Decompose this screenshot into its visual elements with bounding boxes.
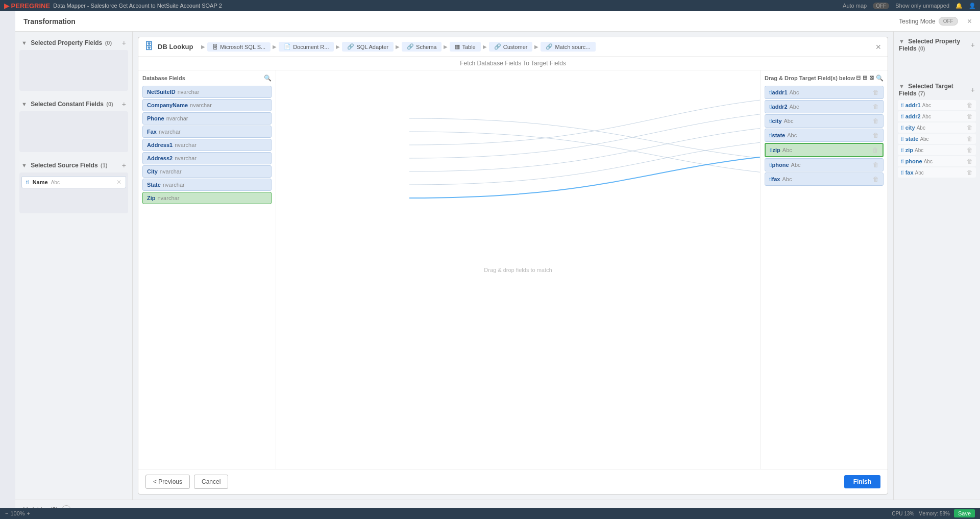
brand-logo: ▶ PEREGRINE xyxy=(4,2,50,10)
user-icon: 👤 xyxy=(969,3,976,9)
notification-icon[interactable]: 🔔 xyxy=(955,3,963,9)
automap-btn[interactable]: Auto map xyxy=(843,3,867,9)
app-title: Data Mapper - Salesforce Get Account to … xyxy=(53,3,843,9)
top-bar: ▶ PEREGRINE Data Mapper - Salesforce Get… xyxy=(0,0,980,11)
show-unmapped-btn[interactable]: Show only unmapped xyxy=(895,3,949,9)
toggle-off[interactable]: OFF xyxy=(873,3,889,9)
top-bar-actions: Auto map OFF Show only unmapped 🔔 👤 xyxy=(843,3,976,9)
